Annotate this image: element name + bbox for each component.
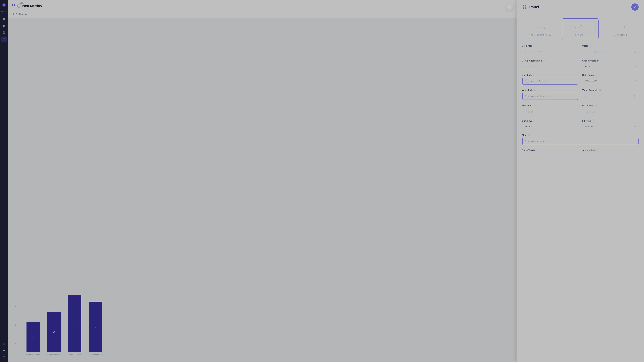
date-field-info-icon[interactable]: i bbox=[533, 73, 536, 76]
min-value-down[interactable]: ▼ bbox=[573, 112, 576, 114]
app-name: Directus bbox=[1, 11, 7, 12]
sidebar-logo bbox=[1, 2, 7, 8]
group-aggregation-chevron-icon: ▾ bbox=[574, 65, 576, 68]
group-precision-chevron-icon: ▾ bbox=[635, 65, 636, 68]
svg-rect-23 bbox=[523, 7, 524, 8]
value-field-input[interactable]: i Select a Collection bbox=[522, 93, 578, 100]
secondary-nav-label: Post Metrics bbox=[16, 13, 28, 15]
secondary-nav-item[interactable]: Post Metrics bbox=[12, 13, 28, 15]
show-x-axis-info-icon[interactable]: i bbox=[536, 149, 539, 151]
type-card-icon-global-relational: — — — bbox=[525, 21, 556, 32]
min-value-info-icon[interactable]: i bbox=[533, 104, 536, 107]
type-card-label-time-series: Time Series bbox=[575, 34, 586, 36]
type-card-global-variable[interactable]: Global Variable bbox=[602, 18, 639, 39]
value-decimals-down[interactable]: ▼ bbox=[634, 96, 636, 98]
max-value-spinners: ▲ ▼ bbox=[634, 110, 636, 114]
panel-confirm-button[interactable] bbox=[631, 3, 639, 11]
svg-rect-8 bbox=[14, 4, 14, 5]
curve-type-info-icon[interactable]: i bbox=[535, 119, 537, 122]
svg-text:—: — bbox=[543, 27, 544, 28]
bar-group-2: 2 2024-month-date bbox=[47, 312, 61, 355]
color-label: Color i bbox=[582, 44, 639, 47]
group-aggregation-select[interactable]: Select an item... ▾ bbox=[522, 63, 578, 69]
date-range-select[interactable]: Past 1 Week ▾ bbox=[582, 78, 639, 84]
min-value-input[interactable]: Automatic ▲ ▼ bbox=[522, 108, 578, 115]
value-decimals-label: Value Decimals i bbox=[582, 89, 639, 91]
collection-info-icon[interactable]: i bbox=[534, 44, 536, 47]
max-value-label: Max Value i bbox=[582, 104, 639, 107]
sidebar-item-home[interactable] bbox=[1, 16, 7, 22]
panel-form: Collection i Select a Collection ▾ Color… bbox=[522, 44, 639, 151]
svg-rect-21 bbox=[523, 5, 524, 7]
fill-type-label: Fill Type i bbox=[582, 119, 639, 122]
sidebar-item-bell[interactable] bbox=[1, 348, 7, 353]
sidebar-item-insights[interactable] bbox=[1, 36, 7, 42]
fill-type-select[interactable]: Gradient ▾ bbox=[582, 123, 639, 130]
max-value-input[interactable]: Automatic ▲ ▼ bbox=[582, 108, 639, 115]
value-field-info-icon[interactable]: i bbox=[534, 89, 537, 91]
sidebar-item-settings[interactable] bbox=[1, 341, 7, 347]
svg-rect-11 bbox=[18, 5, 19, 6]
min-value-label: Min Value i bbox=[522, 104, 578, 107]
filter-field: Filter i i Select a Collection bbox=[522, 134, 639, 145]
date-field-input[interactable]: i Select a Collection bbox=[522, 78, 578, 85]
group-precision-field: Group Precision i Hour ▾ bbox=[582, 59, 639, 69]
fill-type-info-icon[interactable]: i bbox=[592, 119, 595, 122]
group-precision-info-icon[interactable]: i bbox=[600, 59, 603, 62]
chart-bar: 4 bbox=[68, 295, 81, 352]
svg-rect-7 bbox=[12, 4, 13, 5]
page-title: Post Metrics bbox=[18, 4, 42, 8]
max-value-info-icon[interactable]: i bbox=[594, 104, 596, 107]
color-edit-icon: ✏ bbox=[585, 51, 587, 53]
svg-rect-9 bbox=[12, 5, 13, 6]
min-value-up[interactable]: ▲ bbox=[573, 110, 576, 112]
sidebar-item-users[interactable] bbox=[1, 23, 7, 28]
fill-type-field: Fill Type i Gradient ▾ bbox=[582, 119, 639, 130]
sidebar-item-files[interactable] bbox=[1, 30, 7, 35]
min-value-field: Min Value i Automatic ▲ ▼ bbox=[522, 104, 578, 115]
date-range-field: Date Range i Past 1 Week ▾ bbox=[582, 73, 639, 85]
curve-type-select[interactable]: Smooth ▾ bbox=[522, 123, 578, 130]
group-aggregation-info-icon[interactable]: i bbox=[543, 59, 546, 62]
svg-rect-18 bbox=[14, 14, 14, 15]
filter-info-icon[interactable]: i bbox=[528, 134, 531, 136]
value-decimals-info-icon[interactable]: i bbox=[599, 89, 602, 91]
curve-type-label: Curve Type i bbox=[522, 119, 578, 122]
bar-group-4: 3 2024-month-date bbox=[88, 302, 102, 355]
curve-type-chevron-icon: ▾ bbox=[574, 125, 576, 128]
svg-rect-10 bbox=[14, 5, 14, 6]
filter-status-icon: i bbox=[525, 140, 528, 143]
curve-type-field: Curve Type i Smooth ▾ bbox=[522, 119, 578, 130]
collection-chevron-icon: ▾ bbox=[574, 50, 576, 53]
filter-label: Filter i bbox=[522, 134, 639, 136]
chart-bar: 1 bbox=[26, 322, 40, 352]
sidebar-item-help[interactable]: ? bbox=[1, 355, 7, 360]
value-decimals-field: Value Decimals i 0 ▲ ▼ bbox=[582, 89, 639, 100]
svg-point-4 bbox=[4, 344, 4, 345]
show-y-axis-info-icon[interactable]: i bbox=[596, 149, 599, 151]
breadcrumb: Insights bbox=[18, 2, 42, 4]
chart-bar: 3 bbox=[89, 302, 102, 352]
group-precision-select[interactable]: Hour ▾ bbox=[582, 63, 639, 69]
bar-group-1: 1 2024-month-date bbox=[26, 322, 40, 355]
panel-title-area: Panel bbox=[522, 4, 539, 10]
date-field-status-icon: i bbox=[525, 79, 528, 83]
color-info-icon[interactable]: i bbox=[589, 44, 592, 47]
panel-title: Panel bbox=[529, 5, 539, 9]
panel-header: Panel bbox=[516, 0, 644, 14]
color-picker[interactable]: ✏ Choose a color... ◎ bbox=[582, 48, 639, 55]
date-range-info-icon[interactable]: i bbox=[595, 73, 598, 76]
value-decimals-up[interactable]: ▲ bbox=[634, 94, 636, 96]
filter-input[interactable]: i Select a Collection bbox=[522, 138, 639, 145]
svg-rect-24 bbox=[525, 7, 526, 8]
svg-rect-16 bbox=[14, 13, 14, 14]
svg-rect-14 bbox=[19, 6, 20, 7]
close-panel-button[interactable] bbox=[506, 3, 513, 11]
collection-select[interactable]: Select a Collection ▾ bbox=[522, 48, 578, 55]
bar-group-3: 4 2024-month-date bbox=[68, 295, 82, 355]
max-value-down[interactable]: ▼ bbox=[634, 112, 636, 114]
type-card-time-series[interactable]: Time Series bbox=[562, 18, 599, 39]
type-card-global-relational[interactable]: — — — Global Relational Varia... bbox=[522, 18, 559, 39]
value-decimals-input[interactable]: 0 ▲ ▼ bbox=[582, 93, 639, 100]
max-value-up[interactable]: ▲ bbox=[634, 110, 636, 112]
